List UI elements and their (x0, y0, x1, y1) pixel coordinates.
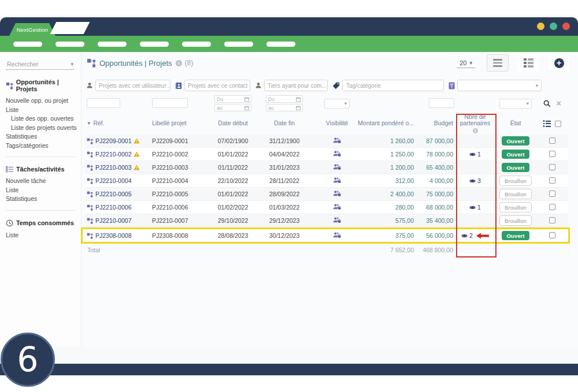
visibility-icon (333, 190, 341, 197)
sidebar-item[interactable]: Liste (6, 186, 81, 195)
search-budget-input[interactable] (429, 98, 454, 108)
row-checkbox[interactable] (549, 177, 555, 184)
column-header-label[interactable]: Libellé projet (150, 120, 208, 127)
top-bar: NextGestion (0, 17, 578, 36)
table-row[interactable]: PJ2209-0001 PJ2209-0001 07/02/1900 31/12… (86, 135, 568, 148)
column-header-date-start[interactable]: Date début (208, 120, 258, 127)
row-checkbox[interactable] (549, 191, 555, 197)
sidebar-item[interactable]: Liste des opp. ouvertes (6, 114, 81, 124)
partner-count: 1 (477, 204, 481, 211)
row-checkbox[interactable] (549, 232, 555, 238)
brand-tab[interactable]: NextGestion (9, 23, 55, 36)
sidebar-item[interactable]: Nouvelle opp. ou projet (6, 96, 81, 106)
menu-item-placeholder[interactable] (140, 42, 169, 47)
budget-value: 68 000,00 (416, 204, 455, 211)
table-row[interactable]: PJ2210-0002 PJ2210-0002 01/01/2022 04/04… (86, 148, 568, 161)
date-start-from-input[interactable]: Du (214, 95, 251, 103)
sidebar-section-title: Opportunités | Projets (6, 79, 81, 92)
red-dot-icon (562, 23, 570, 30)
table-row[interactable]: PJ2210-0006 PJ2210-0006 01/02/2022 01/03… (86, 201, 568, 214)
green-dot-icon (550, 23, 557, 30)
calendar-icon[interactable] (296, 106, 301, 110)
table-row[interactable]: PJ2210-0003 PJ2210-0003 01/11/2022 31/01… (86, 161, 568, 174)
add-new-button[interactable]: + (548, 55, 570, 71)
sidebar-item[interactable]: Nouvelle tâche (6, 177, 81, 186)
menu-item-placeholder[interactable] (182, 42, 211, 47)
row-checkbox[interactable] (549, 137, 555, 144)
sidebar-item[interactable]: Tags/catégories (6, 141, 81, 151)
column-header-ref[interactable]: ▼Réf. (86, 120, 150, 127)
clear-search-icon[interactable]: × (556, 100, 561, 107)
visibility-icon (333, 216, 341, 223)
project-ref-link[interactable]: PJ2210-0003 (95, 164, 131, 171)
search-icon[interactable] (543, 100, 551, 107)
column-selector-icon[interactable] (543, 120, 551, 127)
amount-value: 575,00 (363, 217, 416, 224)
project-ref-link[interactable]: PJ2210-0002 (95, 151, 131, 158)
table-row[interactable]: PJ2308-0008 PJ2308-0008 28/08/2023 30/12… (83, 229, 568, 242)
sidebar-item[interactable]: Liste (6, 106, 81, 115)
row-checkbox[interactable] (549, 217, 555, 223)
table-row[interactable]: PJ2210-0007 PJ2210-0007 29/10/2022 29/12… (86, 214, 568, 227)
total-label: Total (86, 247, 150, 253)
menu-item-placeholder[interactable] (98, 42, 127, 47)
search-label-input[interactable] (152, 98, 188, 108)
date-start: 01/11/2022 (208, 164, 258, 171)
column-header-date-end[interactable]: Date fin (258, 120, 311, 127)
search-visibility-select[interactable]: ▾ (324, 99, 350, 109)
step-number-badge: 6 (1, 333, 55, 387)
row-checkbox[interactable] (549, 164, 555, 170)
tasks-icon (6, 166, 13, 173)
page-title-row: Opportunités | Projets i (8) 20 ▾ (86, 52, 573, 74)
sidebar-section-tasks: Tâches/activités Nouvelle tâcheListeStat… (6, 166, 81, 204)
column-header-state[interactable]: État (495, 120, 536, 127)
date-start-to-input[interactable]: au (214, 104, 251, 111)
menu-item-placeholder[interactable] (224, 42, 253, 47)
list-view-button[interactable] (487, 54, 509, 72)
menu-item-placeholder[interactable] (55, 42, 84, 47)
filter-thirdparty-select[interactable]: Tiers ayant pour com...▾ (264, 80, 328, 91)
column-header-budget[interactable]: Budget (434, 120, 455, 127)
sidebar-item[interactable]: Statistiques (6, 132, 81, 141)
sidebar-item[interactable]: Liste (6, 231, 81, 240)
date-end-filter: Du au (258, 95, 311, 111)
date-end-to-input[interactable]: au (266, 104, 303, 111)
filter-extra-select[interactable]: ▾ (457, 80, 542, 91)
page-size-select[interactable]: 20 ▾ (457, 58, 475, 68)
column-header-partners[interactable]: Nbre de partenairesi (455, 114, 495, 134)
project-ref-link[interactable]: PJ2210-0006 (95, 204, 131, 211)
date-end-from-input[interactable]: Du (266, 95, 303, 103)
kanban-view-button[interactable] (518, 55, 539, 71)
row-checkbox[interactable] (549, 204, 555, 210)
date-start: 01/02/2022 (208, 204, 258, 211)
sidebar-item[interactable]: Statistiques (6, 195, 81, 204)
filter-user-select[interactable]: Projets avec cet utilisateur ...▾ (95, 80, 171, 91)
calendar-icon[interactable] (244, 97, 249, 102)
sidebar-item[interactable]: Liste des projets ouverts (6, 124, 81, 133)
sidebar-search-select[interactable]: Rechercher ▾ (6, 59, 75, 70)
select-all-checkbox[interactable] (555, 121, 561, 127)
search-ref-input[interactable] (87, 98, 120, 108)
project-ref-link[interactable]: PJ2308-0008 (95, 232, 131, 239)
project-ref-link[interactable]: PJ2210-0005 (95, 191, 131, 197)
project-ref-link[interactable]: PJ2210-0007 (95, 217, 131, 224)
menu-item-placeholder[interactable] (13, 42, 42, 47)
project-label: PJ2210-0004 (150, 177, 208, 184)
menu-item-placeholder[interactable] (266, 42, 295, 47)
sort-desc-icon: ▼ (87, 120, 91, 127)
date-end: 29/12/2023 (258, 217, 311, 224)
project-ref-link[interactable]: PJ2209-0001 (95, 137, 131, 144)
filter-tag-input[interactable]: Tag/catégorie (342, 80, 444, 91)
calendar-icon[interactable] (244, 106, 249, 110)
table-row[interactable]: PJ2210-0004 PJ2210-0004 22/10/2022 28/11… (86, 174, 568, 188)
chevron-down-icon: ▾ (536, 83, 538, 88)
calendar-icon[interactable] (296, 97, 301, 102)
filter-contact-select[interactable]: Projets avec ce contact ...▾ (184, 80, 250, 91)
search-state-select[interactable]: ▾ (499, 99, 532, 109)
row-checkbox[interactable] (549, 151, 555, 157)
project-ref-link[interactable]: PJ2210-0004 (95, 177, 131, 184)
column-header-visibility[interactable]: Visibilité (311, 120, 363, 127)
column-header-amount[interactable]: Montant pondéré o... (358, 120, 416, 127)
table-row[interactable]: PJ2210-0005 PJ2210-0005 01/01/2022 28/09… (86, 188, 568, 201)
yellow-dot-icon (537, 23, 544, 30)
